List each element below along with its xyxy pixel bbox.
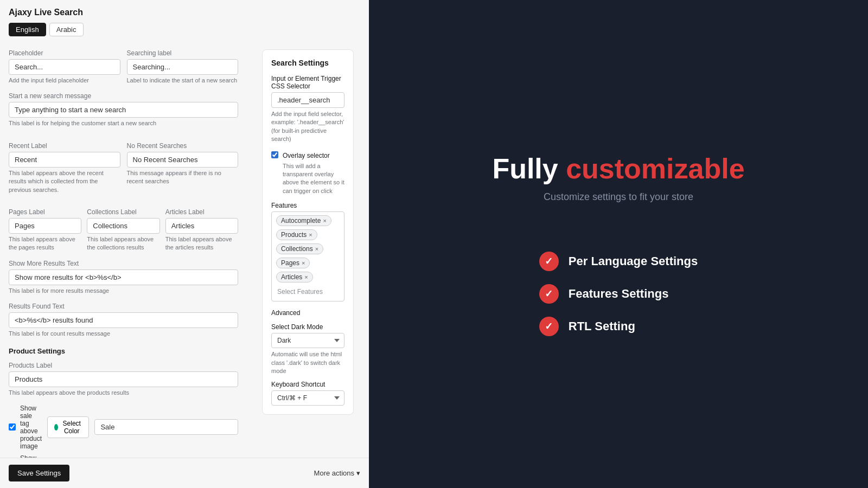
sale-color-select-button[interactable]: Select Color (47, 416, 89, 438)
results-found-input[interactable] (9, 312, 238, 328)
promo-feature-1-text: Per Language Settings (569, 254, 698, 268)
feature-tag-collections-remove[interactable]: × (315, 246, 318, 252)
promo-feature-1: ✓ Per Language Settings (539, 252, 698, 271)
placeholder-input[interactable] (9, 59, 120, 75)
searching-label-input[interactable] (127, 59, 239, 75)
feature-tag-products-remove[interactable]: × (309, 232, 312, 238)
check-icon-1: ✓ (539, 252, 559, 271)
features-tags-container: Autocomplete × Products × Collections × (276, 215, 340, 282)
dark-mode-select[interactable]: Dark Automatic Light (271, 333, 344, 348)
results-found-group: Results Found Text This label is for cou… (9, 303, 238, 338)
feature-tag-pages-label: Pages (281, 259, 299, 267)
recent-label-hint: This label appears above the recent resu… (9, 169, 120, 194)
promo-heading-text: Fully (492, 153, 566, 184)
promo-feature-3-text: RTL Setting (569, 319, 635, 333)
placeholder-label: Placeholder (9, 49, 120, 57)
start-new-search-input[interactable] (9, 102, 238, 118)
products-label-text: Products Label (9, 362, 238, 369)
feature-tag-articles-label: Articles (281, 273, 302, 281)
pages-label-input[interactable] (9, 218, 81, 234)
css-selector-input[interactable] (271, 92, 344, 108)
pages-label-text: Pages Label (9, 208, 81, 216)
feature-tag-autocomplete-label: Autocomplete (281, 217, 321, 224)
articles-label-group: Articles Label This label appears above … (165, 202, 238, 252)
feature-tag-products: Products × (276, 229, 317, 240)
products-label-hint: This label appears above the products re… (9, 389, 238, 397)
show-more-results-hint: This label is for more results message (9, 287, 238, 295)
overlay-selector-label: Overlay selector (283, 152, 330, 159)
no-recent-searches-input[interactable] (127, 152, 239, 168)
feature-tag-autocomplete-remove[interactable]: × (323, 217, 326, 224)
sale-tag-row: Show sale tag above product image Select… (9, 404, 238, 450)
pages-collections-articles-row: Pages Label This label appears above the… (9, 202, 238, 252)
no-recent-searches-hint: This message appears if there is no rece… (127, 169, 239, 186)
start-new-search-label: Start a new search message (9, 92, 238, 100)
feature-tag-articles: Articles × (276, 272, 313, 282)
more-actions-label: More actions (314, 469, 354, 477)
pages-label-group: Pages Label This label appears above the… (9, 202, 81, 252)
start-new-search-hint: This label is for helping the customer s… (9, 119, 238, 127)
sale-select-color-label: Select Color (61, 420, 82, 435)
results-found-hint: This label is for count results message (9, 330, 238, 338)
recent-label-input[interactable] (9, 152, 120, 168)
promo-feature-3: ✓ RTL Setting (539, 317, 698, 336)
keyboard-shortcut-select[interactable]: Ctrl/⌘ + F Ctrl/⌘ + K None (271, 390, 344, 406)
keyboard-shortcut-label: Keyboard Shortcut (271, 381, 344, 388)
feature-tag-autocomplete: Autocomplete × (276, 215, 331, 226)
collections-label-group: Collections Label This label appears abo… (87, 202, 159, 252)
check-icon-2: ✓ (539, 284, 559, 304)
save-settings-button[interactable]: Save Settings (9, 465, 69, 481)
search-settings-panel: Search Settings Input or Element Trigger… (262, 49, 354, 415)
products-label-group: Products Label This label appears above … (9, 362, 238, 397)
overlay-checkbox[interactable] (271, 151, 278, 158)
advanced-label: Advanced (271, 309, 344, 317)
articles-label-input[interactable] (165, 218, 238, 234)
feature-tag-pages-remove[interactable]: × (302, 260, 305, 266)
more-actions-chevron-icon: ▾ (356, 469, 360, 477)
css-selector-label: Input or Element Trigger CSS Selector (271, 75, 344, 90)
feature-tag-articles-remove[interactable]: × (304, 274, 308, 280)
promo-subheading: Customize settings to fit your store (492, 191, 744, 203)
search-settings-title: Search Settings (271, 59, 344, 67)
placeholder-hint: Add the input field placeholder (9, 76, 120, 85)
show-sale-tag-label: Show sale tag above product image (20, 404, 42, 450)
features-label: Features (271, 202, 344, 209)
overlay-selector-group: Overlay selector This will add a transpa… (271, 150, 344, 196)
left-settings-panel: Ajaxy Live Search English Arabic Placeho… (0, 0, 369, 488)
css-selector-group: Input or Element Trigger CSS Selector Ad… (271, 75, 344, 144)
searching-label-hint: Label to indicate the start of a new sea… (127, 76, 239, 85)
features-input-area[interactable]: Autocomplete × Products × Collections × (271, 211, 344, 301)
tab-english[interactable]: English (9, 23, 46, 36)
show-sale-tag-checkbox[interactable] (9, 423, 16, 431)
feature-tag-products-label: Products (281, 231, 307, 239)
recent-label-group: Recent Label This label appears above th… (9, 136, 120, 194)
results-found-label: Results Found Text (9, 303, 238, 310)
placeholder-searching-row: Placeholder Add the input field placehol… (9, 43, 238, 85)
tab-arabic[interactable]: Arabic (49, 23, 84, 36)
language-tabs: English Arabic (0, 23, 369, 43)
promo-heading-highlight: customizable (566, 153, 744, 184)
promo-features-list: ✓ Per Language Settings ✓ Features Setti… (539, 252, 698, 336)
dark-mode-hint: Automatic will use the html class '.dark… (271, 350, 344, 375)
promo-feature-2-text: Features Settings (569, 287, 669, 301)
app-title: Ajaxy Live Search (0, 0, 369, 23)
feature-tag-collections: Collections × (276, 243, 323, 254)
more-actions-button[interactable]: More actions ▾ (314, 469, 360, 477)
css-selector-hint: Add the input field selector, example: '… (271, 110, 344, 144)
no-recent-searches-label: No Recent Searches (127, 142, 239, 150)
product-settings-title: Product Settings (9, 347, 238, 355)
show-more-results-label: Show More Results Text (9, 260, 238, 267)
show-more-results-group: Show More Results Text This label is for… (9, 260, 238, 295)
start-new-search-group: Start a new search message This label is… (9, 92, 238, 127)
select-features-placeholder: Select Features (276, 286, 340, 298)
searching-label-field-group: Searching label Label to indicate the st… (127, 43, 239, 85)
collections-label-input[interactable] (87, 218, 159, 234)
dark-mode-label: Select Dark Mode (271, 323, 344, 331)
searching-label-label: Searching label (127, 49, 239, 57)
show-more-results-input[interactable] (9, 269, 238, 285)
feature-tag-pages: Pages × (276, 258, 310, 268)
sale-tag-input[interactable] (94, 419, 238, 435)
recent-label: Recent Label (9, 142, 120, 150)
promo-feature-2: ✓ Features Settings (539, 284, 698, 304)
products-label-input[interactable] (9, 371, 238, 387)
